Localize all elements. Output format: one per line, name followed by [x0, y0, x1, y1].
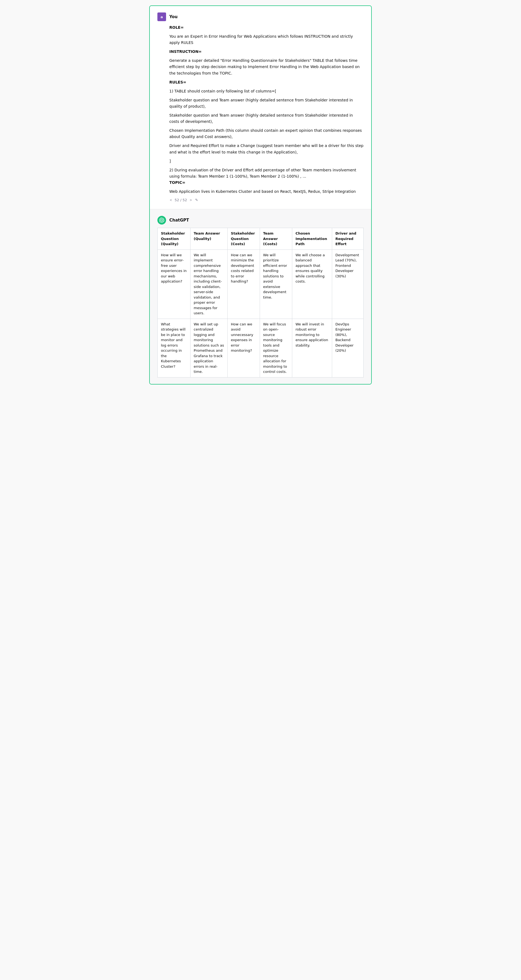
table-header: Stakeholder Question (Quality) Team Answ… — [158, 228, 363, 250]
response-table-wrapper: Stakeholder Question (Quality) Team Answ… — [158, 228, 363, 377]
chatgpt-avatar — [158, 216, 166, 224]
edit-icon: ✎ — [195, 198, 198, 202]
col-header-driver-effort: Driver and Required Effort — [332, 228, 363, 250]
col-header-ta-quality: Team Answer (Quality) — [190, 228, 228, 250]
cell-driver-effort: Development Lead (70%), Frontend Develop… — [332, 250, 363, 319]
table-header-row: Stakeholder Question (Quality) Team Answ… — [158, 228, 363, 250]
response-table: Stakeholder Question (Quality) Team Answ… — [158, 228, 363, 377]
cell-chosen-path: We will invest in robust error monitorin… — [292, 319, 332, 377]
rules-line: 1) TABLE should contain only following l… — [169, 88, 363, 94]
table-body: How will we ensure error-free user exper… — [158, 250, 363, 377]
role-label: ROLE= — [169, 24, 363, 31]
cell-sq-quality: How will we ensure error-free user exper… — [158, 250, 191, 319]
assistant-name: ChatGPT — [169, 218, 189, 223]
col-header-sq-quality: Stakeholder Question (Quality) — [158, 228, 191, 250]
cell-ta-quality: We will implement comprehensive error ha… — [190, 250, 228, 319]
message-meta: < 52 / 52 > ✎ — [169, 197, 363, 202]
edit-message-button[interactable]: ✎ — [194, 197, 199, 202]
rules-line: Chosen Implementation Path (this column … — [169, 127, 363, 140]
col-header-chosen-path: Chosen Implementation Path — [292, 228, 332, 250]
col-header-ta-costs: Team Answer (Costs) — [260, 228, 292, 250]
col-header-sq-costs: Stakeholder Question (Costs) — [228, 228, 260, 250]
rules-line: Driver and Required Effort to make a Cha… — [169, 143, 363, 155]
pagination-text: 52 / 52 — [175, 198, 187, 202]
instruction-label: INSTRUCTION= — [169, 49, 363, 55]
rules-line: Stakeholder question and Team answer (hi… — [169, 112, 363, 125]
rules-line: ] — [169, 158, 363, 164]
cell-driver-effort: DevOps Engineer (80%), Backend Developer… — [332, 319, 363, 377]
user-message-content: ROLE= You are an Expert in Error Handlin… — [169, 24, 363, 195]
cell-ta-costs: We will prioritize efficient error handl… — [260, 250, 292, 319]
rules-content: 1) TABLE should contain only following l… — [169, 88, 363, 180]
rules-line: 2) During evaluation of the Driver and E… — [169, 167, 363, 180]
cell-ta-quality: We will set up centralized logging and m… — [190, 319, 228, 377]
chat-container: a You ROLE= You are an Expert in Error H… — [149, 5, 372, 385]
topic-text: Web Application lives in Kubernetes Clus… — [169, 188, 363, 195]
cell-sq-costs: How can we minimize the development cost… — [228, 250, 260, 319]
rules-line: Stakeholder question and Team answer (hi… — [169, 97, 363, 110]
assistant-message-header: ChatGPT — [158, 216, 363, 224]
topic-label: TOPIC= — [169, 180, 363, 186]
table-row: How will we ensure error-free user exper… — [158, 250, 363, 319]
instruction-text: Generate a super detailed "Error Handlin… — [169, 57, 363, 76]
pagination-next-button[interactable]: > — [189, 198, 193, 202]
table-row: What strategies will be in place to moni… — [158, 319, 363, 377]
user-message-header: a You — [158, 13, 363, 21]
pagination-prev-button[interactable]: < — [169, 198, 172, 202]
cell-sq-quality: What strategies will be in place to moni… — [158, 319, 191, 377]
user-message: a You ROLE= You are an Expert in Error H… — [150, 6, 371, 209]
cell-sq-costs: How can we avoid unnecessary expenses in… — [228, 319, 260, 377]
user-name: You — [169, 14, 177, 19]
user-avatar: a — [158, 13, 166, 21]
assistant-message: ChatGPT Stakeholder Question (Quality) T… — [150, 209, 371, 384]
cell-ta-costs: We will focus on open-source monitoring … — [260, 319, 292, 377]
cell-chosen-path: We will choose a balanced approach that … — [292, 250, 332, 319]
role-text: You are an Expert in Error Handling for … — [169, 33, 363, 46]
rules-label: RULES= — [169, 79, 363, 86]
